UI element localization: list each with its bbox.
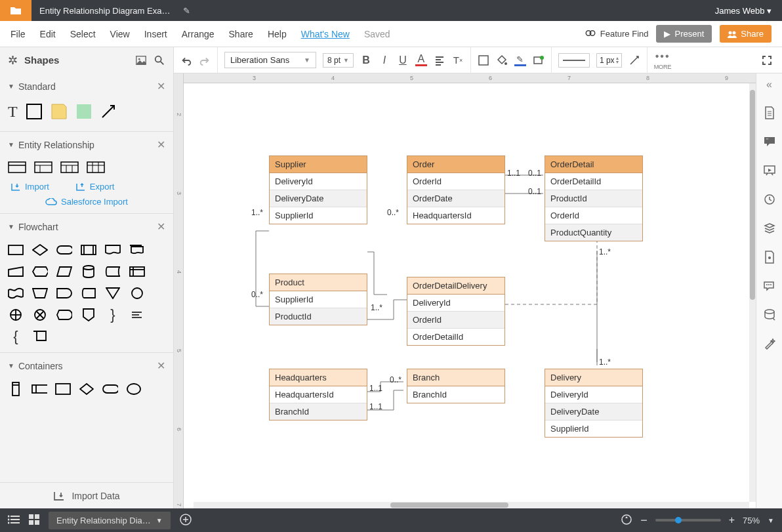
er-shape-3-icon[interactable]: [60, 161, 79, 175]
rect-shape-icon[interactable]: [26, 103, 43, 122]
history-icon[interactable]: [763, 193, 776, 206]
search-icon[interactable]: [154, 54, 165, 66]
menu-share[interactable]: Share: [229, 29, 253, 39]
ct-2-icon[interactable]: [31, 382, 47, 396]
fc-note-icon[interactable]: [129, 308, 145, 321]
fc-merge-icon[interactable]: [105, 287, 121, 300]
close-icon[interactable]: ✕: [157, 359, 165, 372]
document-title[interactable]: Entity Relationship Diagram Exa…: [31, 6, 178, 16]
import-data-button[interactable]: Import Data: [0, 482, 173, 508]
fc-terminator-icon[interactable]: [56, 243, 72, 256]
sync-icon[interactable]: [621, 514, 632, 527]
panel-er-header[interactable]: ▼Entity Relationship✕: [0, 132, 173, 157]
close-icon[interactable]: ✕: [157, 138, 165, 151]
menu-edit[interactable]: Edit: [40, 29, 56, 39]
fc-db-icon[interactable]: [81, 265, 96, 278]
fc-sum-icon[interactable]: [32, 308, 48, 321]
er-shape-2-icon[interactable]: [34, 161, 52, 175]
zoom-out-icon[interactable]: −: [640, 514, 648, 527]
text-color-icon[interactable]: A: [415, 54, 427, 66]
fc-stored-icon[interactable]: [81, 287, 96, 300]
undo-icon[interactable]: [180, 54, 192, 66]
fc-decision-icon[interactable]: [32, 243, 48, 256]
page-tab[interactable]: Entity Relationship Dia…▼: [49, 512, 171, 529]
panel-flowchart-header[interactable]: ▼Flowchart✕: [0, 214, 173, 239]
canvas[interactable]: Supplier DeliveryId DeliveryDate Supplie…: [184, 83, 756, 508]
collapse-icon[interactable]: «: [766, 79, 772, 91]
fc-storage-icon[interactable]: [105, 265, 121, 278]
canvas-area[interactable]: 3456789 234567 Supplier Delivery: [174, 73, 756, 508]
entity-orderdetail[interactable]: OrderDetail OrderDetailId ProductId Orde…: [545, 155, 643, 241]
ct-5-icon[interactable]: [102, 382, 118, 396]
export-link[interactable]: Export: [75, 182, 115, 192]
menu-view[interactable]: View: [110, 29, 130, 39]
fc-process-icon[interactable]: [8, 243, 24, 256]
more-button[interactable]: •••MORE: [654, 51, 672, 70]
text-shape-icon[interactable]: T: [8, 103, 18, 122]
close-icon[interactable]: ✕: [157, 80, 165, 92]
fc-brace-r-icon[interactable]: }: [105, 308, 121, 321]
list-view-icon[interactable]: [8, 515, 20, 526]
fc-predef-icon[interactable]: [81, 243, 96, 256]
fc-input-icon[interactable]: [8, 265, 24, 278]
clear-format-icon[interactable]: T×: [452, 54, 464, 66]
zoom-in-icon[interactable]: +: [729, 514, 735, 526]
menu-insert[interactable]: Insert: [144, 29, 167, 39]
comment-icon[interactable]: '': [763, 135, 776, 148]
close-icon[interactable]: ✕: [157, 220, 165, 233]
data-icon[interactable]: [763, 308, 776, 321]
horizontal-scrollbar[interactable]: [194, 502, 749, 508]
underline-icon[interactable]: U: [397, 54, 409, 66]
import-link[interactable]: Import: [10, 182, 49, 192]
layers-icon[interactable]: [763, 222, 776, 235]
menu-help[interactable]: Help: [268, 29, 287, 39]
font-size-select[interactable]: 8 pt▼: [323, 53, 354, 68]
menu-arrange[interactable]: Arrange: [182, 29, 215, 39]
magic-icon[interactable]: [763, 337, 776, 350]
ct-1-icon[interactable]: [8, 382, 24, 396]
er-shape-1-icon[interactable]: [8, 161, 26, 175]
border-color-icon[interactable]: ✎: [514, 54, 526, 66]
user-menu[interactable]: James Webb ▾: [705, 6, 782, 16]
entity-headquarters[interactable]: Headquarters HeadquartersId BranchId: [269, 369, 367, 420]
line-style-select[interactable]: [558, 53, 590, 68]
fc-or-icon[interactable]: [8, 308, 24, 321]
ct-4-icon[interactable]: [79, 382, 94, 396]
fc-multidoc-icon[interactable]: [129, 243, 145, 256]
entity-delivery[interactable]: Delivery DeliveryId DeliveryDate Supplie…: [545, 369, 643, 438]
fc-internal-icon[interactable]: [129, 265, 145, 278]
image-icon[interactable]: [135, 54, 147, 66]
present-panel-icon[interactable]: [763, 164, 776, 177]
fc-delay-icon[interactable]: [56, 287, 72, 300]
gear-icon[interactable]: ✲: [8, 53, 18, 68]
fc-brace-l-icon[interactable]: {: [8, 330, 24, 343]
fc-prep-icon[interactable]: [32, 265, 48, 278]
zoom-menu-icon[interactable]: ▼: [768, 517, 774, 524]
menu-file[interactable]: File: [10, 29, 26, 39]
folder-icon[interactable]: [0, 0, 31, 21]
fill-icon[interactable]: [496, 54, 508, 66]
entity-branch[interactable]: Branch BranchId: [407, 369, 505, 403]
entity-product[interactable]: Product SupplierId ProductId: [269, 274, 367, 325]
shape-options-icon[interactable]: [533, 54, 545, 66]
line-tool-icon[interactable]: [628, 54, 640, 66]
edit-title-icon[interactable]: ✎: [183, 6, 190, 16]
fc-doc-icon[interactable]: [105, 243, 121, 256]
salesforce-import-link[interactable]: Salesforce Import: [0, 194, 173, 213]
feature-find[interactable]: Feature Find: [585, 28, 649, 40]
zoom-slider[interactable]: [655, 519, 721, 522]
menu-whats-new[interactable]: What's New: [301, 29, 350, 39]
shape-tool-icon[interactable]: [478, 54, 489, 66]
entity-orderdetaildelivery[interactable]: OrderDetailDelivery DeliveryId OrderId O…: [407, 277, 505, 346]
ct-6-icon[interactable]: [126, 382, 142, 396]
menu-select[interactable]: Select: [70, 29, 96, 39]
panel-standard-header[interactable]: ▼Standard✕: [0, 73, 173, 99]
share-button[interactable]: Share: [720, 25, 772, 43]
entity-order[interactable]: Order OrderId OrderDate HeadquartersId: [407, 155, 505, 224]
panel-containers-header[interactable]: ▼Containers✕: [0, 353, 173, 379]
fc-tape-icon[interactable]: [8, 287, 24, 300]
bold-icon[interactable]: B: [360, 54, 372, 66]
vertical-scrollbar[interactable]: [749, 83, 756, 502]
block-shape-icon[interactable]: [75, 103, 93, 122]
italic-icon[interactable]: I: [379, 54, 390, 66]
